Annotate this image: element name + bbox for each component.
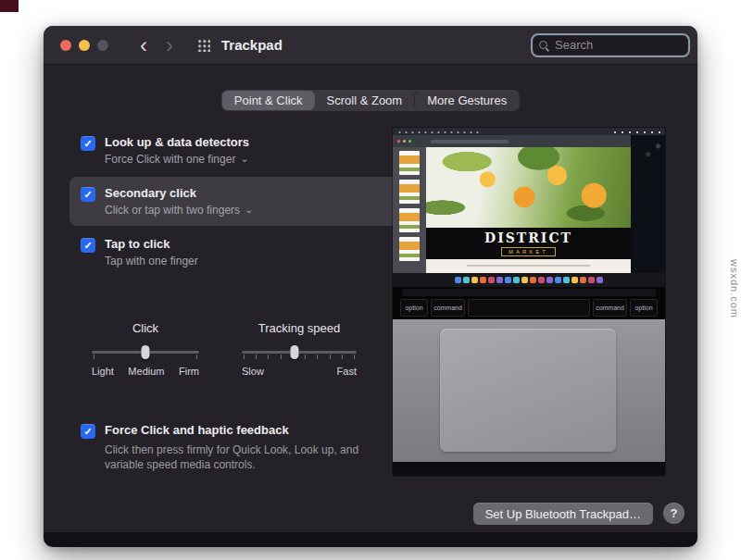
checkbox-check-icon: ✓	[83, 427, 92, 437]
chevron-down-icon: ⌄	[245, 205, 253, 215]
tab-point-and-click[interactable]: Point & Click	[222, 91, 315, 110]
close-button[interactable]	[60, 40, 71, 51]
click-slider-group: Click Light Medium Firm	[92, 321, 199, 377]
look-up-checkbox[interactable]: ✓	[81, 136, 95, 151]
force-click-checkbox[interactable]: ✓	[81, 424, 95, 439]
poster-subtitle: MARKET	[501, 247, 556, 256]
click-tick-labels: Light Medium Firm	[92, 366, 199, 377]
command-key: command	[431, 299, 465, 317]
checkbox-check-icon: ✓	[83, 139, 92, 149]
demo-app-body: DISTRICT MARKET	[393, 147, 631, 273]
demo-dock	[393, 273, 665, 287]
setting-label: Tap to click	[105, 237, 198, 251]
page-thumbnail	[399, 180, 420, 204]
setting-detail: Click or tap with two fingers	[105, 204, 240, 217]
titlebar: ‹ › Trackpad	[44, 26, 697, 65]
watermark: wsxdn.com	[729, 259, 740, 318]
tick-label-firm: Firm	[179, 366, 199, 377]
tracking-slider-label: Tracking speed	[242, 321, 357, 335]
slider-ticks	[244, 355, 355, 359]
demo-menubar	[393, 128, 665, 135]
spacebar-key	[468, 299, 590, 317]
demo-desktop: DISTRICT MARKET	[393, 135, 665, 273]
tab-scroll-and-zoom[interactable]: Scroll & Zoom	[315, 91, 415, 110]
demo-laptop-deck	[393, 319, 665, 462]
window-bottom-strip	[44, 532, 697, 547]
click-slider[interactable]	[92, 344, 199, 360]
tracking-speed-slider[interactable]	[242, 344, 357, 360]
search-field[interactable]	[531, 33, 690, 57]
trackpad-preferences-window: ‹ › Trackpad Point & Click Scroll & Zoom…	[44, 26, 697, 547]
poster-caption-area	[426, 259, 631, 273]
setting-look-up: ✓ Look up & data detectors Force Click w…	[69, 126, 397, 175]
tick-label-light: Light	[92, 366, 114, 377]
page-thumbnail	[399, 237, 420, 261]
settings-panel: ✓ Look up & data detectors Force Click w…	[69, 126, 397, 481]
desktop-background	[631, 135, 665, 273]
forward-button[interactable]: ›	[166, 35, 173, 56]
option-key: option	[400, 299, 428, 317]
menubar-app-icons	[396, 130, 480, 133]
sliders-section: Click Light Medium Firm Tracking speed	[69, 321, 397, 377]
setting-label: Force Click and haptic feedback	[105, 423, 381, 437]
mini-close-icon	[397, 140, 400, 143]
demo-app-toolbar	[393, 135, 631, 147]
minimize-button[interactable]	[79, 40, 90, 51]
tab-more-gestures[interactable]: More Gestures	[414, 91, 519, 110]
setting-detail: Force Click with one finger	[105, 153, 235, 166]
setting-tap-to-click: ✓ Tap to click Tap with one finger	[69, 228, 397, 277]
mini-zoom-icon	[408, 140, 411, 143]
setup-bluetooth-trackpad-button[interactable]: Set Up Bluetooth Trackpad…	[473, 503, 653, 525]
poster-title: DISTRICT	[484, 231, 572, 244]
setting-detail-text: Tap with one finger	[105, 255, 198, 268]
search-input[interactable]	[553, 37, 682, 53]
checkbox-check-icon: ✓	[83, 241, 92, 251]
setting-label: Secondary click	[105, 186, 253, 200]
command-key: command	[593, 299, 627, 317]
setting-force-click: ✓ Force Click and haptic feedback Click …	[69, 414, 397, 481]
demo-trackpad	[440, 329, 616, 452]
search-icon	[539, 41, 547, 49]
tick-label-fast: Fast	[337, 366, 357, 377]
tick-label-medium: Medium	[128, 366, 164, 377]
menubar-status-icons	[611, 130, 661, 133]
secondary-click-dropdown[interactable]: Click or tap with two fingers ⌄	[105, 204, 253, 217]
tracking-tick-labels: Slow Fast	[242, 366, 357, 377]
trackpad-demo-video: DISTRICT MARKET option command command	[393, 128, 665, 476]
corner-artifact	[0, 0, 19, 12]
option-key: option	[630, 299, 658, 317]
tracking-slider-group: Tracking speed Slow Fast	[242, 321, 357, 377]
secondary-click-checkbox[interactable]: ✓	[81, 187, 95, 202]
show-all-grid-icon[interactable]	[197, 38, 210, 52]
checkbox-check-icon: ✓	[83, 190, 92, 200]
click-slider-label: Click	[92, 321, 199, 335]
demo-touchbar	[402, 289, 656, 296]
slider-track	[242, 351, 357, 354]
tab-bar: Point & Click Scroll & Zoom More Gesture…	[221, 90, 520, 111]
demo-screen: DISTRICT MARKET	[393, 128, 665, 287]
help-button[interactable]: ?	[663, 503, 684, 524]
chevron-down-icon: ⌄	[240, 154, 248, 164]
page-thumbnail	[399, 151, 420, 175]
citrus-photo	[426, 147, 631, 228]
force-click-description: Click then press firmly for Quick Look, …	[105, 442, 381, 472]
document-canvas: DISTRICT MARKET	[426, 147, 631, 273]
page-thumbnails-sidebar	[393, 147, 426, 273]
demo-keyboard: option command command option	[393, 287, 665, 319]
poster-banner: DISTRICT MARKET	[426, 228, 631, 259]
demo-document-window: DISTRICT MARKET	[393, 135, 631, 273]
setting-secondary-click: ✓ Secondary click Click or tap with two …	[69, 177, 397, 226]
look-up-dropdown[interactable]: Force Click with one finger ⌄	[105, 153, 249, 166]
window-title: Trackpad	[221, 37, 283, 53]
setting-detail: Tap with one finger	[105, 255, 198, 268]
zoom-button[interactable]	[97, 40, 108, 51]
click-slider-thumb[interactable]	[142, 345, 150, 359]
back-button[interactable]: ‹	[140, 35, 147, 56]
mini-minimize-icon	[403, 140, 406, 143]
tap-to-click-checkbox[interactable]: ✓	[81, 238, 95, 253]
tracking-slider-thumb[interactable]	[291, 345, 299, 359]
page-thumbnail	[399, 208, 420, 232]
tick-label-slow: Slow	[242, 366, 264, 377]
demo-key-row: option command command option	[400, 299, 658, 317]
setting-label: Look up & data detectors	[105, 135, 249, 149]
